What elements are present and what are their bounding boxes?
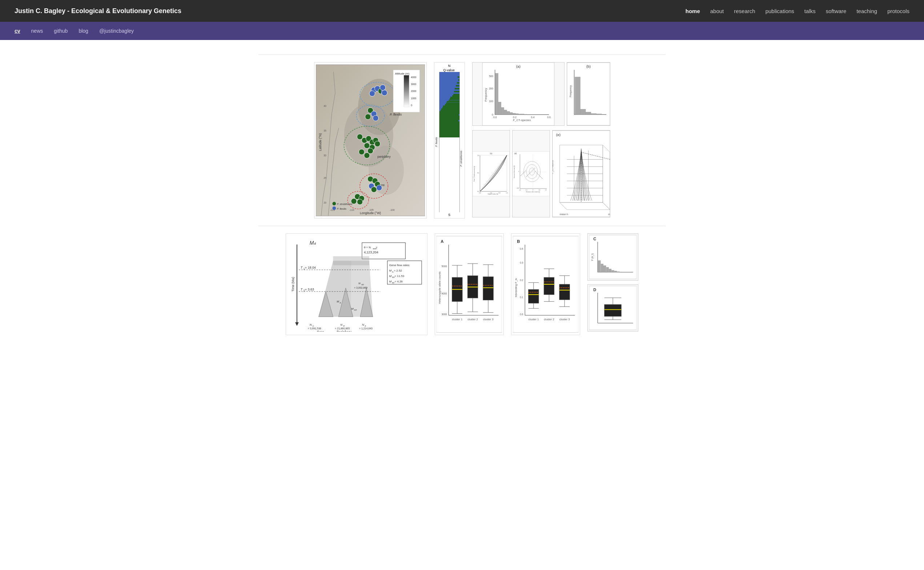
svg-text:4,123,204: 4,123,204	[364, 250, 378, 254]
panel-c-partial: C F (H_t)	[587, 233, 638, 280]
nav-protocols[interactable]: protocols	[887, 8, 909, 14]
svg-text:N: N	[310, 323, 312, 326]
panel-c: (c) Hybrid index (h) Prob. P. flexilis a…	[472, 130, 510, 218]
svg-point-66	[332, 207, 336, 210]
svg-rect-115	[439, 113, 459, 114]
svg-text:Genomic cline rate (β): Genomic cline rate (β)	[514, 165, 515, 178]
nav-teaching[interactable]: teaching	[857, 8, 877, 14]
svg-text:4000: 4000	[442, 292, 447, 295]
svg-text:A: A	[340, 302, 341, 304]
demographic-model-svg: Time (Ma) M₄ θ = N eref = 4,123,204 Gene…	[290, 237, 424, 331]
structure-s-label: S	[448, 213, 450, 217]
svg-text:Latitude (°N): Latitude (°N)	[318, 133, 322, 151]
svg-text:-105: -105	[369, 209, 374, 211]
svg-point-32	[367, 148, 373, 153]
svg-point-22	[365, 114, 370, 119]
svg-rect-81	[439, 85, 456, 87]
svg-rect-70	[439, 74, 459, 75]
svg-text:M: M	[389, 274, 392, 278]
svg-text:P. strobiformis: P. strobiformis	[337, 203, 353, 205]
svg-text:F_CT-species: F_CT-species	[513, 118, 531, 122]
svg-text:0.0: 0.0	[479, 192, 480, 194]
svg-text:FP: FP	[354, 309, 357, 311]
svg-text:Time (Ma): Time (Ma)	[291, 277, 295, 291]
svg-text:= 1,214,643: = 1,214,643	[359, 327, 373, 330]
svg-text:cluster 2: cluster 2	[544, 318, 554, 321]
figure-row-2: Time (Ma) M₄ θ = N eref = 4,123,204 Gene…	[259, 233, 665, 335]
svg-text:100: 100	[489, 100, 493, 103]
nav-news[interactable]: news	[31, 28, 43, 34]
svg-point-199	[531, 171, 532, 172]
nav-research[interactable]: research	[734, 8, 755, 14]
svg-text:-100: -100	[390, 209, 395, 211]
nav-home[interactable]: home	[685, 8, 700, 14]
nav-publications[interactable]: publications	[765, 8, 794, 14]
svg-point-18	[369, 91, 375, 97]
panel-d-partial: D	[587, 284, 638, 331]
svg-rect-101	[447, 101, 459, 103]
svg-text:0.0: 0.0	[520, 313, 523, 316]
svg-rect-74	[439, 78, 459, 79]
svg-point-31	[375, 141, 380, 147]
svg-rect-109	[442, 107, 459, 108]
q-value-label: Q-value	[443, 68, 456, 72]
svg-rect-79	[457, 82, 459, 84]
svg-rect-130	[439, 132, 459, 133]
svg-rect-112	[439, 110, 441, 111]
svg-text:AF: AF	[361, 283, 364, 286]
svg-point-208	[526, 176, 527, 177]
panel-b: (b) Frequency	[567, 62, 610, 126]
svg-text:0.4: 0.4	[531, 116, 534, 118]
svg-rect-113	[441, 110, 459, 111]
svg-text:D: D	[593, 288, 596, 292]
svg-rect-119	[439, 117, 459, 118]
svg-text:M: M	[389, 269, 392, 272]
svg-rect-160	[567, 63, 610, 125]
svg-rect-91	[453, 94, 459, 95]
svg-point-19	[380, 85, 385, 90]
svg-text:Longitude (°W): Longitude (°W)	[360, 211, 381, 215]
structure-bars: P. flexilis	[435, 72, 464, 212]
svg-rect-88	[454, 91, 459, 92]
svg-point-202	[529, 173, 529, 174]
nav-about[interactable]: about	[710, 8, 724, 14]
nav-twitter[interactable]: @justincbagley	[99, 28, 134, 34]
svg-rect-108	[439, 107, 442, 108]
svg-text:0.5: 0.5	[477, 172, 479, 174]
svg-text:0.5: 0.5	[538, 189, 540, 191]
svg-text:3000: 3000	[442, 313, 447, 316]
svg-rect-87	[439, 91, 454, 92]
svg-rect-123	[439, 121, 459, 123]
svg-text:Core: Core	[317, 330, 324, 331]
nav-blog[interactable]: blog	[78, 28, 88, 34]
svg-rect-361	[598, 260, 601, 272]
svg-point-33	[359, 149, 364, 155]
svg-rect-133	[439, 136, 459, 137]
svg-text:N: N	[362, 323, 364, 326]
svg-point-215	[522, 173, 523, 174]
svg-text:N: N	[340, 323, 343, 326]
svg-rect-124	[439, 123, 459, 124]
svg-rect-185	[512, 152, 549, 196]
nav-cv[interactable]: cv	[15, 28, 20, 34]
svg-rect-121	[439, 120, 458, 121]
svg-text:= 3,991,536: = 3,991,536	[308, 327, 321, 330]
svg-rect-170	[473, 152, 509, 196]
svg-text:0.3: 0.3	[520, 261, 523, 264]
svg-text:M: M	[389, 280, 392, 283]
svg-rect-95	[450, 97, 459, 98]
ps-label: P. strobiformis	[460, 105, 464, 212]
stats-panel: (a) Frequency F_CT-species 0 100 200 500	[472, 62, 610, 218]
svg-rect-83	[439, 87, 459, 88]
svg-text:0.6: 0.6	[547, 116, 551, 118]
svg-rect-110	[439, 108, 441, 110]
nav-software[interactable]: software	[826, 8, 847, 14]
demographic-model-panel: Time (Ma) M₄ θ = N eref = 4,123,204 Gene…	[286, 233, 427, 335]
svg-point-39	[371, 187, 376, 192]
svg-text:cluster 1: cluster 1	[529, 318, 539, 321]
nav-talks[interactable]: talks	[805, 8, 816, 14]
nav-github[interactable]: github	[54, 28, 67, 34]
pf-label: P. flexilis	[435, 72, 439, 212]
svg-text:A: A	[441, 239, 444, 244]
svg-point-17	[381, 90, 387, 96]
